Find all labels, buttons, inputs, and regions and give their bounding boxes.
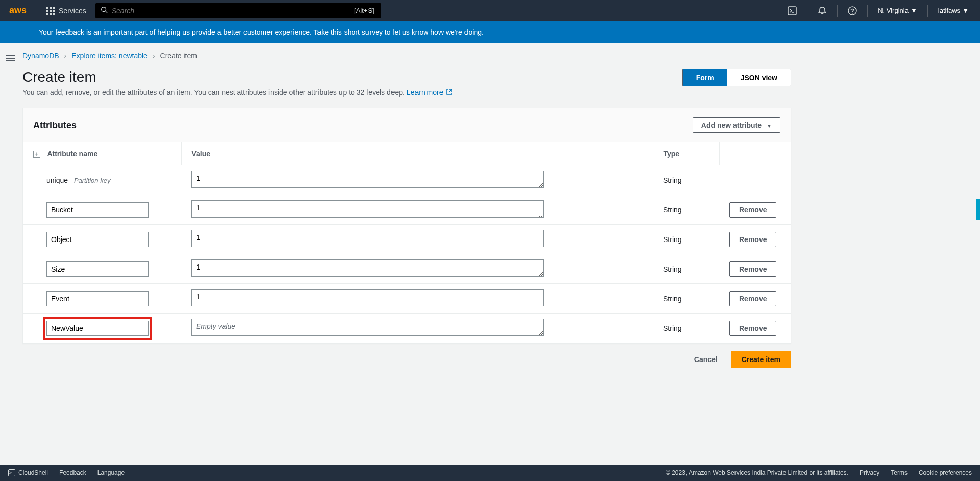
attribute-value-input[interactable] bbox=[191, 200, 544, 218]
remove-attribute-button[interactable]: Remove bbox=[729, 232, 776, 247]
search-input[interactable] bbox=[112, 7, 354, 15]
attribute-type-label: String bbox=[653, 165, 719, 195]
json-view-button[interactable]: JSON view bbox=[727, 69, 791, 86]
attribute-type-label: String bbox=[653, 314, 719, 343]
grid-icon bbox=[46, 7, 55, 15]
remove-attribute-button[interactable]: Remove bbox=[729, 261, 776, 277]
table-row: StringRemove bbox=[23, 284, 791, 314]
attribute-type-label: String bbox=[653, 225, 719, 254]
attribute-name-input[interactable] bbox=[46, 321, 149, 336]
cloudshell-icon[interactable] bbox=[782, 6, 802, 15]
svg-point-0 bbox=[101, 7, 106, 12]
remove-attribute-button[interactable]: Remove bbox=[729, 291, 776, 306]
chevron-down-icon: ▼ bbox=[911, 7, 917, 14]
search-icon bbox=[101, 6, 108, 15]
expand-all-icon[interactable]: + bbox=[33, 151, 40, 158]
attribute-name-input[interactable] bbox=[46, 232, 149, 247]
attributes-panel: Attributes Add new attribute + Attribute… bbox=[22, 108, 791, 344]
learn-more-link[interactable]: Learn more bbox=[407, 88, 452, 97]
remove-attribute-button[interactable]: Remove bbox=[729, 202, 776, 218]
chevron-right-icon: › bbox=[64, 52, 67, 60]
attribute-name-input[interactable] bbox=[46, 291, 149, 306]
attribute-type-label: String bbox=[653, 195, 719, 225]
panel-title: Attributes bbox=[33, 120, 77, 131]
page-title: Create item bbox=[22, 69, 452, 85]
partition-key-badge: - Partition key bbox=[70, 177, 110, 184]
table-row: StringRemove bbox=[23, 225, 791, 254]
services-button[interactable]: Services bbox=[42, 5, 90, 17]
breadcrumb: DynamoDB › Explore items: newtable › Cre… bbox=[22, 52, 791, 60]
breadcrumb-explore-items[interactable]: Explore items: newtable bbox=[71, 52, 148, 60]
attribute-value-input[interactable] bbox=[191, 259, 544, 277]
svg-line-1 bbox=[105, 11, 107, 13]
table-row: unique - Partition keyString bbox=[23, 165, 791, 195]
svg-line-6 bbox=[449, 89, 452, 92]
attribute-value-input[interactable] bbox=[191, 319, 544, 336]
hamburger-icon bbox=[6, 54, 15, 63]
attribute-value-input[interactable] bbox=[191, 171, 544, 188]
attribute-type-label: String bbox=[653, 284, 719, 314]
col-actions bbox=[719, 142, 791, 165]
attribute-name-input[interactable] bbox=[46, 261, 149, 277]
attribute-value-input[interactable] bbox=[191, 230, 544, 247]
col-attribute-name: + Attribute name bbox=[23, 142, 181, 165]
side-help-tab[interactable] bbox=[976, 199, 980, 220]
col-value: Value bbox=[181, 142, 653, 165]
table-row: StringRemove bbox=[23, 314, 791, 343]
chevron-down-icon: ▼ bbox=[962, 7, 969, 14]
region-selector[interactable]: N. Virginia▼ bbox=[873, 7, 922, 14]
global-search[interactable]: [Alt+S] bbox=[95, 3, 381, 18]
form-actions: Cancel Create item bbox=[22, 344, 791, 378]
table-row: StringRemove bbox=[23, 254, 791, 284]
create-item-button[interactable]: Create item bbox=[731, 351, 791, 368]
chevron-right-icon: › bbox=[153, 52, 155, 60]
aws-logo[interactable]: aws bbox=[6, 5, 32, 16]
attributes-table: + Attribute name Value Type unique - Par… bbox=[23, 142, 791, 343]
notifications-icon[interactable] bbox=[813, 6, 832, 15]
table-row: StringRemove bbox=[23, 195, 791, 225]
view-toggle: Form JSON view bbox=[682, 69, 791, 86]
form-view-button[interactable]: Form bbox=[683, 69, 727, 86]
attribute-type-label: String bbox=[653, 254, 719, 284]
search-shortcut-label: [Alt+S] bbox=[354, 7, 374, 14]
attribute-name-label: unique bbox=[46, 176, 70, 184]
svg-point-5 bbox=[852, 13, 853, 14]
help-icon[interactable] bbox=[843, 6, 862, 15]
page-header: Create item You can add, remove, or edit… bbox=[22, 69, 791, 97]
external-link-icon bbox=[446, 88, 452, 97]
survey-banner: Your feedback is an important part of he… bbox=[0, 21, 980, 43]
attribute-value-input[interactable] bbox=[191, 289, 544, 306]
page-subtitle: You can add, remove, or edit the attribu… bbox=[22, 88, 452, 97]
breadcrumb-current: Create item bbox=[160, 52, 197, 60]
add-attribute-button[interactable]: Add new attribute bbox=[693, 117, 780, 133]
attribute-name-input[interactable] bbox=[46, 202, 149, 218]
sidebar-toggle[interactable] bbox=[0, 43, 20, 378]
col-type: Type bbox=[653, 142, 719, 165]
account-menu[interactable]: latifaws▼ bbox=[933, 7, 974, 14]
top-navigation: aws Services [Alt+S] N. Virginia▼ latifa… bbox=[0, 0, 980, 21]
breadcrumb-dynamodb[interactable]: DynamoDB bbox=[22, 52, 59, 60]
cancel-button[interactable]: Cancel bbox=[686, 351, 726, 368]
remove-attribute-button[interactable]: Remove bbox=[729, 321, 776, 336]
